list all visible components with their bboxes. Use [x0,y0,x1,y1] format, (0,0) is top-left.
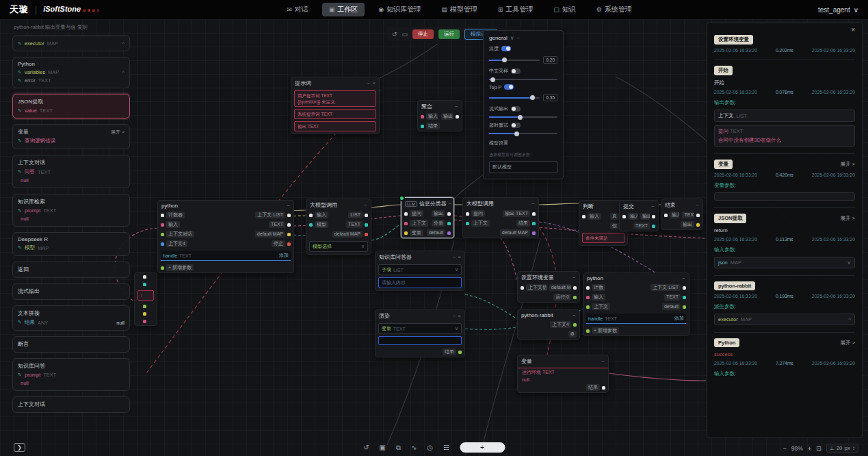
port-in-dot[interactable] [309,214,313,217]
slider-knob[interactable] [518,115,523,120]
variable-card[interactable]: ✎executorMAP^ [12,35,130,51]
port-in-dot[interactable] [143,305,146,308]
close-icon[interactable]: × [372,81,376,86]
port-in-dot[interactable] [404,231,408,235]
port-out-dot[interactable] [683,305,686,309]
close-icon[interactable]: × [851,26,855,34]
expand-link[interactable]: 展开 > [841,340,855,346]
node-param-input[interactable]: handleTEXT添加 [161,251,291,261]
node-llm-call-1[interactable]: 大模型调用−输入LIST模型TEXTdefault MAP模型选择∨ [306,199,371,255]
slider-knob[interactable] [502,58,507,62]
port-out-dot[interactable] [696,223,700,227]
停止-button[interactable]: 停止 [412,29,434,39]
node-python-rabbit[interactable]: python-rabbit−上下文4⚙ [517,309,580,340]
port-in-dot[interactable] [421,125,424,128]
edit-icon[interactable]: ✎ [18,78,22,84]
add-node-button[interactable]: + [460,442,505,453]
minimize-icon[interactable]: − [573,313,576,318]
minimize-icon[interactable]: − [287,203,290,209]
variable-card-上下文对话[interactable]: 上下文对话 [12,396,130,413]
port-out-dot[interactable] [447,212,451,216]
fit-view-button[interactable]: ⊡ [816,445,821,452]
node-select[interactable]: 变量TEXT∨ [378,323,462,334]
port-out-dot[interactable] [287,223,291,227]
layout-icon[interactable]: ▭ [402,31,408,38]
port-in-dot[interactable] [161,266,164,270]
minimize-icon[interactable]: − [531,201,535,207]
undo-icon[interactable]: ↺ [363,444,369,451]
nav-item-知识[interactable]: ▢知识 [547,3,583,16]
variable-card-文本拼接[interactable]: 文本拼接✎结果ANYnull [12,305,130,331]
variable-card-变量[interactable]: 变量展开 >✎查询逻辑错误 [12,124,130,149]
port-in-dot[interactable] [161,214,164,217]
port-out-dot[interactable] [683,296,686,299]
expand-link[interactable]: 展开 > [841,161,855,168]
slider-knob[interactable] [514,131,519,136]
port-in-dot[interactable] [521,286,524,290]
node-llm-call-2[interactable]: 大模型调用−提问输出 TEXT上下文结果default MAP [462,197,539,238]
port-out-dot[interactable] [652,225,655,228]
port-in-dot[interactable] [466,222,469,225]
node-select[interactable]: 模型选择∨ [309,241,368,252]
port-in-dot[interactable] [161,223,164,227]
refresh-icon[interactable]: ↺ [392,31,397,38]
minimize-icon[interactable]: − [517,35,521,41]
minimize-icon[interactable]: − [453,314,456,319]
toggle-switch[interactable] [511,106,521,112]
nav-item-对话[interactable]: ✉对话 [280,3,315,16]
port-in-dot[interactable] [309,223,313,227]
slider[interactable] [489,60,540,61]
minimize-icon[interactable]: − [682,276,685,281]
edit-icon[interactable]: ✎ [18,41,22,47]
node-variable[interactable]: 变量−运行环境 TEXTnull结果 [517,355,609,393]
node-prompt[interactable]: 提示词−×用户提示词 TEXT{{question}} 未定义系统提示词 TEX… [291,77,380,134]
toggle-switch[interactable] [511,123,521,128]
port-out-dot[interactable] [573,286,577,290]
port-out-dot[interactable] [652,215,655,218]
edit-icon[interactable]: ✎ [18,108,22,114]
port-in-dot[interactable] [582,215,586,218]
history-icon[interactable]: ◷ [427,444,433,451]
node-end[interactable]: 结束−输入TEXT输出 [661,199,703,230]
port-out-dot[interactable] [532,212,536,216]
port-out-dot[interactable] [287,242,291,246]
edit-icon[interactable]: ✎ [18,372,22,378]
collapse-icon[interactable]: ^ [122,69,124,75]
port-in-dot[interactable] [404,212,408,216]
port-out-dot[interactable] [287,233,291,236]
port-in-dot[interactable] [664,214,668,217]
slider[interactable] [489,133,557,134]
slider[interactable] [489,97,540,99]
port-in-dot[interactable] [161,233,164,236]
minimize-icon[interactable]: − [601,359,605,364]
minimize-icon[interactable]: − [364,203,367,208]
node-classifier[interactable]: LLM信息分类器−提问输出上下文分类变量default [401,197,454,238]
nav-item-系统管理[interactable]: ⚙系统管理 [590,3,639,16]
port-in-dot[interactable] [586,305,590,309]
dropdown-caret-icon[interactable]: ^ [848,316,851,322]
param-field[interactable]: jsonMAP∨ [714,257,855,268]
toggle-switch[interactable] [511,68,521,74]
user-menu[interactable]: test_agent ∨ [818,6,858,14]
node-param-input[interactable]: handleTEXT添加 [586,314,686,324]
edit-icon[interactable]: ✎ [18,70,22,75]
edit-icon[interactable]: ✎ [18,245,22,251]
port-in-dot[interactable] [143,283,146,286]
collapse-icon[interactable]: ∨ [510,35,514,41]
variable-card-断言[interactable]: 断言 [12,336,130,353]
slider[interactable] [489,79,557,80]
port-in-dot[interactable] [421,115,424,118]
nav-item-工作区[interactable]: ▣工作区 [322,3,365,16]
minimize-icon[interactable]: − [455,104,458,110]
port-out-dot[interactable] [532,222,536,225]
node-kb-qa[interactable]: 知识库问答器−×子项LIST∨请输入内容 [375,251,465,291]
variable-card-知识库问答[interactable]: 知识库问答✎promptTEXT null [12,358,130,391]
port-in-dot[interactable] [161,242,164,246]
port-out-dot[interactable] [287,214,291,217]
port-out-dot[interactable] [683,286,686,290]
port-in-dot[interactable] [143,312,146,316]
edit-icon[interactable]: ✎ [18,320,22,325]
minimize-icon[interactable]: − [696,203,699,208]
slider-knob[interactable] [490,77,495,82]
minimize-icon[interactable]: − [449,201,452,207]
